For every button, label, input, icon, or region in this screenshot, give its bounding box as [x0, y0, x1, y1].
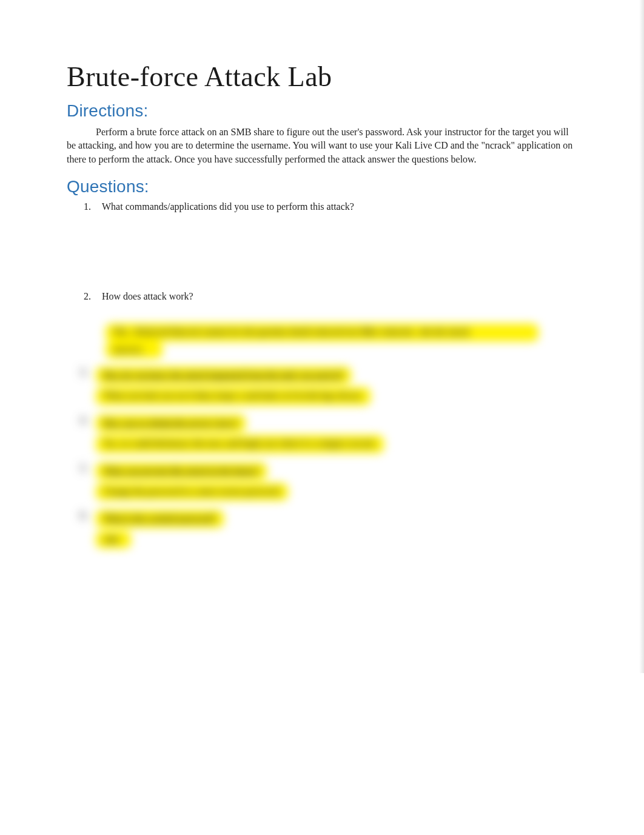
- question-item: What commands/applications did you use t…: [93, 201, 577, 212]
- blurred-item: 5. What can prevent this attack in the f…: [80, 463, 577, 505]
- blurred-item-number: 5.: [80, 463, 89, 474]
- blurred-item: 6. What is the cracked password? adm: [80, 510, 577, 552]
- page-edge-shadow: [639, 0, 644, 673]
- blurred-item-question: What is the cracked password?: [96, 510, 224, 527]
- directions-heading: Directions:: [67, 101, 577, 121]
- blurred-item-answer: Yes, we could dictionary the user, and b…: [96, 435, 384, 452]
- blurred-intro-line: The…Redacted blurred content for lab que…: [106, 324, 538, 341]
- blurred-item-number: 4.: [80, 415, 89, 426]
- blurred-answers-region: The…Redacted blurred content for lab que…: [67, 324, 577, 552]
- blurred-item: 3. How do you know the attack happened f…: [80, 367, 577, 409]
- blurred-item-question: How can we obtain the server's keys?: [96, 415, 246, 432]
- blurred-item-answer: When you look you see it then, keeps a a…: [96, 387, 371, 404]
- question-text: How does attack work?: [102, 291, 193, 301]
- blurred-item-number: 6.: [80, 510, 89, 521]
- questions-heading: Questions:: [67, 177, 577, 196]
- question-text: What commands/applications did you use t…: [102, 201, 354, 212]
- question-item: How does attack work?: [93, 291, 577, 302]
- page-title: Brute-force Attack Lab: [67, 61, 577, 93]
- blurred-item: 4. How can we obtain the server's keys? …: [80, 415, 577, 457]
- questions-list: What commands/applications did you use t…: [67, 201, 577, 302]
- blurred-intro-line: answers.: [106, 341, 163, 358]
- blurred-item-answer: Change the password to a more secure pas…: [96, 483, 288, 500]
- blurred-item-question: How do you know the attack happened from…: [96, 367, 351, 384]
- directions-body: Perform a brute force attack on an SMB s…: [67, 126, 577, 166]
- blurred-item-number: 3.: [80, 367, 89, 378]
- blurred-item-answer: adm: [96, 531, 131, 548]
- blurred-item-question: What can prevent this attack in the futu…: [96, 463, 267, 480]
